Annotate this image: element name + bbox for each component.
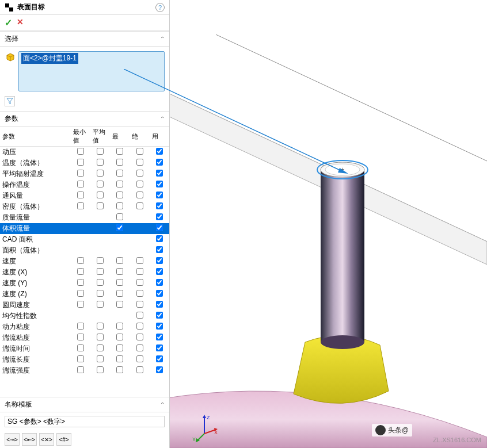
checkbox-abs[interactable] (136, 279, 143, 286)
checkbox-abs[interactable] (136, 323, 143, 330)
checkbox-avg[interactable] (97, 334, 104, 340)
checkbox-use[interactable] (156, 202, 163, 209)
param-row[interactable]: 速度 (Y) (0, 278, 169, 289)
checkbox-min[interactable] (77, 181, 84, 187)
param-row[interactable]: 密度（流体） (0, 201, 169, 212)
checkbox-min[interactable] (77, 268, 84, 275)
checkbox-abs[interactable] (136, 257, 143, 264)
checkbox-avg[interactable] (97, 181, 104, 187)
checkbox-min[interactable] (77, 170, 84, 177)
template-btn-2[interactable]: <⇤> (22, 433, 37, 446)
checkbox-max[interactable] (116, 344, 123, 351)
checkbox-avg[interactable] (97, 366, 104, 373)
param-row[interactable]: 质量流量 (0, 212, 169, 223)
filter-icon[interactable] (5, 96, 15, 106)
checkbox-use[interactable] (156, 301, 163, 308)
param-row[interactable]: CAD 面积 (0, 234, 169, 245)
checkbox-abs[interactable] (136, 148, 143, 155)
checkbox-avg[interactable] (97, 257, 104, 264)
checkbox-use[interactable] (156, 181, 163, 187)
checkbox-min[interactable] (77, 192, 84, 198)
checkbox-abs[interactable] (136, 290, 143, 297)
checkbox-abs[interactable] (136, 366, 143, 373)
col-name[interactable]: 参数 (0, 127, 71, 147)
checkbox-max[interactable] (116, 355, 123, 362)
checkbox-avg[interactable] (97, 290, 104, 297)
checkbox-min[interactable] (77, 257, 84, 264)
template-btn-4[interactable]: <#> (56, 433, 71, 446)
param-row[interactable]: 操作温度 (0, 179, 169, 190)
checkbox-use[interactable] (156, 235, 163, 242)
col-avg[interactable]: 平均值 (90, 127, 110, 147)
checkbox-min[interactable] (77, 159, 84, 166)
checkbox-avg[interactable] (97, 323, 104, 330)
template-section-header[interactable]: 名称模板 ⌃ (0, 397, 169, 412)
selection-section-header[interactable]: 选择 ⌃ (0, 31, 169, 47)
checkbox-avg[interactable] (97, 268, 104, 275)
checkbox-avg[interactable] (97, 301, 104, 308)
selection-list[interactable]: 面<2>@封盖19-1 (18, 51, 165, 91)
face-selection-icon[interactable] (5, 51, 16, 63)
template-btn-3[interactable]: <✕> (39, 433, 54, 446)
checkbox-use[interactable] (156, 290, 163, 297)
checkbox-abs[interactable] (136, 202, 143, 209)
checkbox-avg[interactable] (97, 192, 104, 198)
checkbox-max[interactable] (116, 148, 123, 155)
checkbox-avg[interactable] (97, 344, 104, 351)
checkbox-max[interactable] (116, 224, 123, 231)
col-abs[interactable]: 绝 (130, 127, 149, 147)
checkbox-abs[interactable] (136, 181, 143, 187)
checkbox-abs[interactable] (136, 301, 143, 308)
checkbox-min[interactable] (77, 279, 84, 286)
checkbox-use[interactable] (156, 344, 163, 351)
checkbox-max[interactable] (116, 181, 123, 187)
col-use[interactable]: 用 (150, 127, 169, 147)
template-input[interactable] (5, 416, 165, 427)
checkbox-use[interactable] (156, 213, 163, 220)
checkbox-min[interactable] (77, 148, 84, 155)
checkbox-max[interactable] (116, 257, 123, 264)
checkbox-abs[interactable] (136, 159, 143, 166)
checkbox-avg[interactable] (97, 170, 104, 177)
checkbox-abs[interactable] (136, 334, 143, 340)
checkbox-min[interactable] (77, 323, 84, 330)
checkbox-abs[interactable] (136, 355, 143, 362)
param-row[interactable]: 体积流量 (0, 223, 169, 234)
param-row[interactable]: 动压 (0, 147, 169, 158)
checkbox-min[interactable] (77, 344, 84, 351)
param-row[interactable]: 湍流粘度 (0, 332, 169, 343)
3d-viewport[interactable]: + (170, 0, 487, 448)
params-scroll[interactable]: 参数 最小值 平均值 最 绝 用 动压温度（流体）平均辐射温度操作温度通风量密度… (0, 127, 169, 374)
param-row[interactable]: 温度（流体） (0, 158, 169, 169)
checkbox-use[interactable] (156, 323, 163, 330)
param-row[interactable]: 湍流强度 (0, 365, 169, 374)
axis-gizmo[interactable]: Z X Y (190, 413, 219, 442)
params-section-header[interactable]: 参数 ⌃ (0, 111, 169, 127)
param-row[interactable]: 速度 (X) (0, 267, 169, 278)
checkbox-avg[interactable] (97, 355, 104, 362)
checkbox-abs[interactable] (136, 344, 143, 351)
param-row[interactable]: 平均辐射温度 (0, 169, 169, 179)
checkbox-use[interactable] (156, 268, 163, 275)
checkbox-max[interactable] (116, 159, 123, 166)
param-row[interactable]: 动力粘度 (0, 321, 169, 332)
checkbox-use[interactable] (156, 366, 163, 373)
checkbox-min[interactable] (77, 290, 84, 297)
checkbox-max[interactable] (116, 170, 123, 177)
ok-button[interactable]: ✓ (5, 17, 12, 28)
checkbox-use[interactable] (156, 334, 163, 340)
param-row[interactable]: 速度 (Z) (0, 289, 169, 300)
checkbox-max[interactable] (116, 192, 123, 198)
checkbox-min[interactable] (77, 202, 84, 209)
checkbox-max[interactable] (116, 213, 123, 220)
checkbox-abs[interactable] (136, 312, 143, 319)
checkbox-use[interactable] (156, 170, 163, 177)
checkbox-min[interactable] (77, 355, 84, 362)
checkbox-max[interactable] (116, 323, 123, 330)
checkbox-max[interactable] (116, 334, 123, 340)
checkbox-min[interactable] (77, 334, 84, 340)
checkbox-avg[interactable] (97, 279, 104, 286)
checkbox-avg[interactable] (97, 202, 104, 209)
col-max[interactable]: 最 (110, 127, 130, 147)
checkbox-avg[interactable] (97, 148, 104, 155)
